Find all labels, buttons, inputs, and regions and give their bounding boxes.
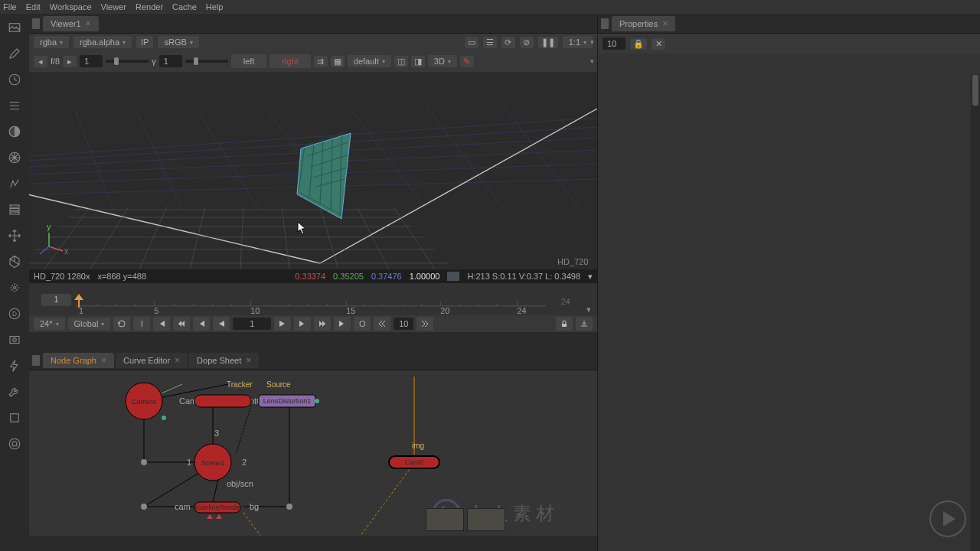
tool-other-icon[interactable] <box>5 410 24 425</box>
tab-viewer1[interactable]: Viewer1× <box>43 16 99 31</box>
colorspace-dropdown[interactable]: sRGB <box>158 36 198 48</box>
set-out-button[interactable]: O <box>354 317 371 331</box>
close-icon[interactable]: × <box>86 18 91 29</box>
channel-dropdown[interactable]: rgba <box>34 36 69 48</box>
tool-color-icon[interactable] <box>5 124 24 139</box>
tool-merge-icon[interactable] <box>5 202 24 217</box>
tool-meta-icon[interactable] <box>5 358 24 373</box>
status-swatch <box>447 272 459 281</box>
tool-toolsets-icon[interactable] <box>5 384 24 399</box>
step-size-field[interactable]: 10 <box>394 318 413 330</box>
alpha-dropdown[interactable]: rgba.alpha <box>74 36 132 48</box>
last-frame-icon[interactable] <box>334 317 351 331</box>
panel-menu-icon[interactable]: ▾ <box>590 38 594 46</box>
close-icon[interactable]: × <box>101 355 106 366</box>
svg-rect-10 <box>10 337 19 344</box>
svg-text:ScanlineRender: ScanlineRender <box>193 504 242 511</box>
tab-nodegraph[interactable]: Node Graph× <box>43 353 114 368</box>
panel-anchor-icon[interactable] <box>32 355 40 366</box>
tool-3d-icon[interactable] <box>5 254 24 269</box>
tab-dopesheet[interactable]: Dope Sheet× <box>189 353 259 368</box>
tool-all-icon[interactable] <box>5 436 24 452</box>
tool-filter-icon[interactable] <box>5 150 24 165</box>
navigator-thumbs[interactable] <box>426 508 505 531</box>
clear-icon[interactable]: ✕ <box>652 38 665 50</box>
skip-fwd-icon[interactable] <box>416 317 433 331</box>
fstop-next-button[interactable]: ▸ <box>63 56 77 67</box>
menu-cache[interactable]: Cache <box>172 2 197 11</box>
tool-deep-icon[interactable]: D <box>5 306 24 321</box>
menu-render[interactable]: Render <box>136 2 163 11</box>
input-process-button[interactable]: IP <box>136 36 153 48</box>
step-back-icon[interactable] <box>193 317 210 331</box>
stereo-mode-icon[interactable]: ⇉ <box>314 56 328 67</box>
scrollbar[interactable] <box>971 75 980 551</box>
loop-icon[interactable] <box>113 317 130 331</box>
freeze-icon[interactable]: ❚❚ <box>538 37 558 48</box>
video-play-overlay-icon[interactable] <box>929 500 966 537</box>
node-graph[interactable]: Camera CameraTrackerPointCloud Tracker S… <box>29 370 597 536</box>
menu-workspace[interactable]: Workspace <box>50 2 92 11</box>
svg-text:Tracker: Tracker <box>227 380 253 389</box>
skip-back-icon[interactable] <box>374 317 390 331</box>
stereo-left-button[interactable]: left <box>231 54 267 68</box>
stereo-right-button[interactable]: right <box>270 54 310 68</box>
gamma-field[interactable]: 1 <box>159 55 182 67</box>
fps-dropdown[interactable]: 24* <box>34 318 65 330</box>
wipe-icon[interactable]: ◫ <box>394 56 408 67</box>
tool-keyer-icon[interactable] <box>5 176 24 191</box>
tool-time-icon[interactable] <box>5 72 24 87</box>
tool-views-icon[interactable] <box>5 332 24 347</box>
fstop-slider[interactable] <box>106 60 149 63</box>
tab-curveeditor[interactable]: Curve Editor× <box>116 353 188 368</box>
step-fwd-icon[interactable] <box>294 317 311 331</box>
first-frame-icon[interactable] <box>153 317 170 331</box>
viewmode-dropdown[interactable]: 3D <box>428 55 457 67</box>
ocio-dropdown[interactable]: default <box>348 55 391 67</box>
props-max-field[interactable]: 10 <box>603 37 626 50</box>
current-frame-field[interactable]: 1 <box>233 318 271 330</box>
tool-channel-icon[interactable] <box>5 98 24 113</box>
3d-viewport[interactable]: y x HD_720 <box>29 72 597 269</box>
roi-icon[interactable]: ▭ <box>465 37 479 48</box>
lock-icon[interactable]: 🔒 <box>630 38 647 50</box>
lock-icon[interactable] <box>556 317 573 331</box>
refresh-icon[interactable]: ⟳ <box>501 37 515 48</box>
pause-icon[interactable]: ⊘ <box>520 37 534 48</box>
tool-image-icon[interactable] <box>5 20 24 35</box>
close-icon[interactable]: × <box>246 355 251 366</box>
menu-help[interactable]: Help <box>206 2 224 11</box>
overlay-icon[interactable]: ◨ <box>411 56 425 67</box>
zoom-dropdown[interactable]: 1:1 <box>563 36 593 48</box>
menu-edit[interactable]: Edit <box>26 2 41 11</box>
clip-icon[interactable]: ▦ <box>331 56 345 67</box>
tool-draw-icon[interactable] <box>5 46 24 61</box>
close-icon[interactable]: × <box>175 355 180 366</box>
fstop-prev-button[interactable]: ◂ <box>34 56 47 67</box>
play-icon[interactable] <box>274 317 291 331</box>
viewer-status-bar: HD_720 1280x x=868 y=488 0.33374 0.35205… <box>29 269 597 283</box>
record-icon[interactable]: ✎ <box>460 56 474 67</box>
viewer-submenu-icon[interactable]: ▾ <box>590 57 594 65</box>
play-back-icon[interactable] <box>213 317 230 331</box>
svg-marker-56 <box>74 294 83 300</box>
menu-file[interactable]: File <box>3 2 17 11</box>
tool-particles-icon[interactable] <box>5 280 24 295</box>
menu-viewer[interactable]: Viewer <box>101 2 126 11</box>
close-icon[interactable]: × <box>662 18 668 29</box>
set-in-button[interactable]: I <box>133 317 150 331</box>
next-key-icon[interactable] <box>314 317 331 331</box>
export-icon[interactable] <box>576 317 593 331</box>
panel-anchor-icon[interactable] <box>32 18 40 29</box>
timeline[interactable]: 1 1 5 10 15 20 24 <box>29 283 597 315</box>
fstop-field[interactable]: 1 <box>80 55 103 67</box>
panel-anchor-icon[interactable] <box>601 18 609 29</box>
prev-key-icon[interactable] <box>173 317 190 331</box>
tab-properties[interactable]: Properties× <box>612 16 675 31</box>
tool-transform-icon[interactable] <box>5 228 24 243</box>
proxy-icon[interactable]: ☰ <box>483 37 497 48</box>
sync-dropdown[interactable]: Global <box>68 318 111 330</box>
svg-point-77 <box>141 459 147 465</box>
status-menu-icon[interactable]: ▾ <box>588 272 593 282</box>
gamma-slider[interactable] <box>185 60 228 63</box>
